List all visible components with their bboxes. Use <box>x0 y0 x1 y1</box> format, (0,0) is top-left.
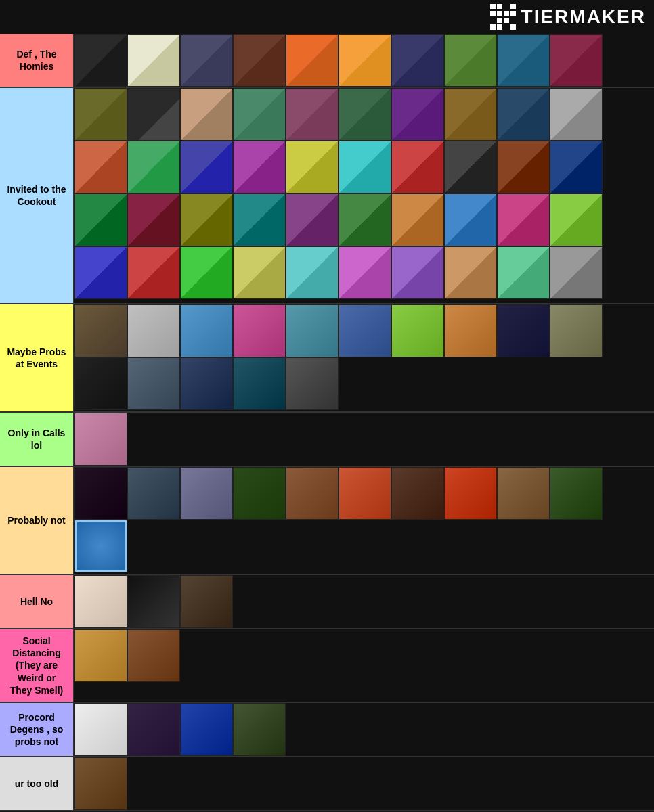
tier-item <box>391 34 444 87</box>
tier-item <box>550 141 603 194</box>
tier-items-ur-too-old <box>73 757 654 810</box>
tier-item <box>339 194 391 246</box>
tier-item <box>127 194 180 246</box>
tier-label-social-distancing: Social Distancing (They are Weird or The… <box>0 629 73 702</box>
tier-item <box>550 88 603 141</box>
tier-item <box>286 194 339 246</box>
tier-item <box>180 34 233 87</box>
tier-label-procord-degens: Procord Degens , so probs not <box>0 703 73 756</box>
tier-item <box>497 194 550 246</box>
tier-item <box>391 246 444 299</box>
tier-item <box>74 520 127 572</box>
tier-item <box>127 467 180 520</box>
tier-item <box>74 757 127 810</box>
tier-items-maybe-probs <box>73 304 654 411</box>
tier-item <box>74 467 127 520</box>
tier-item <box>180 703 233 756</box>
tier-item <box>233 357 286 410</box>
tier-item <box>233 246 286 299</box>
tier-item <box>127 246 180 299</box>
tier-item <box>180 246 233 299</box>
tier-list: TiERMAKeR Def , The Homies Invited to th… <box>0 0 654 811</box>
tier-item <box>233 34 286 87</box>
tier-label-maybe-probs: Maybe Probs at Events <box>0 304 73 411</box>
tier-item <box>339 246 391 299</box>
tier-label-hell-no: Hell No <box>0 575 73 628</box>
tier-label-def-homies: Def , The Homies <box>0 34 73 87</box>
tier-item <box>180 304 233 357</box>
tier-item <box>127 34 180 87</box>
tier-item <box>497 141 550 194</box>
tier-label-probably-not: Probably not <box>0 467 73 574</box>
tier-item <box>233 467 286 520</box>
tier-row-hell-no: Hell No <box>0 575 654 629</box>
tier-item <box>444 467 497 520</box>
tier-row-ur-too-old: ur too old <box>0 757 654 811</box>
tier-item <box>180 575 233 628</box>
tier-row-social-distancing: Social Distancing (They are Weird or The… <box>0 629 654 703</box>
tier-row-only-calls: Only in Calls lol <box>0 413 654 467</box>
tier-item <box>444 194 497 246</box>
logo-grid-icon <box>490 4 516 30</box>
tier-item <box>74 575 127 628</box>
tier-item <box>444 88 497 141</box>
tier-item <box>74 629 127 682</box>
tier-item <box>550 34 603 87</box>
tier-item <box>233 88 286 141</box>
tier-item <box>127 88 180 141</box>
tier-item <box>180 467 233 520</box>
tier-item <box>74 703 127 756</box>
tier-item <box>444 304 497 357</box>
tier-row-procord-degens: Procord Degens , so probs not <box>0 703 654 757</box>
tier-item <box>286 304 339 357</box>
tier-item <box>127 304 180 357</box>
tier-row-def-homies: Def , The Homies <box>0 34 654 88</box>
tier-items-social-distancing <box>73 629 654 702</box>
tier-item <box>74 34 127 87</box>
tier-item <box>180 141 233 194</box>
tier-item <box>286 246 339 299</box>
tier-item <box>74 88 127 141</box>
tier-items-hell-no <box>73 575 654 628</box>
tier-row-invited: Invited to the Cookout <box>0 88 654 304</box>
tier-item <box>444 246 497 299</box>
tier-item <box>550 194 603 246</box>
tier-item <box>286 467 339 520</box>
tier-item <box>74 246 127 299</box>
tier-item <box>180 88 233 141</box>
tier-item <box>391 88 444 141</box>
tier-item <box>127 141 180 194</box>
tier-item <box>339 88 391 141</box>
tier-label-invited: Invited to the Cookout <box>0 88 73 303</box>
tier-item <box>233 304 286 357</box>
tier-item <box>339 467 391 520</box>
tier-item <box>233 703 286 756</box>
tier-item <box>74 357 127 410</box>
logo-text: TiERMAKeR <box>521 6 646 28</box>
tier-item <box>550 246 603 299</box>
tier-label-only-calls: Only in Calls lol <box>0 413 73 466</box>
tier-item <box>550 304 603 357</box>
tier-item <box>391 141 444 194</box>
tier-item <box>286 141 339 194</box>
tier-item <box>127 703 180 756</box>
tier-item <box>391 304 444 357</box>
tier-item <box>286 34 339 87</box>
tier-item <box>497 88 550 141</box>
tier-item <box>444 34 497 87</box>
tier-item <box>286 88 339 141</box>
tier-item <box>444 141 497 194</box>
tier-item <box>497 304 550 357</box>
tier-item <box>339 34 391 87</box>
tier-items-probably-not <box>73 467 654 574</box>
tier-row-probably-not: Probably not <box>0 467 654 575</box>
tier-item <box>233 194 286 246</box>
tier-item <box>497 246 550 299</box>
tier-items-invited <box>73 88 654 303</box>
tier-item <box>74 413 127 466</box>
tier-item <box>127 629 180 682</box>
tier-item <box>127 357 180 410</box>
tier-item <box>497 34 550 87</box>
tier-item <box>74 194 127 246</box>
tier-item <box>233 141 286 194</box>
